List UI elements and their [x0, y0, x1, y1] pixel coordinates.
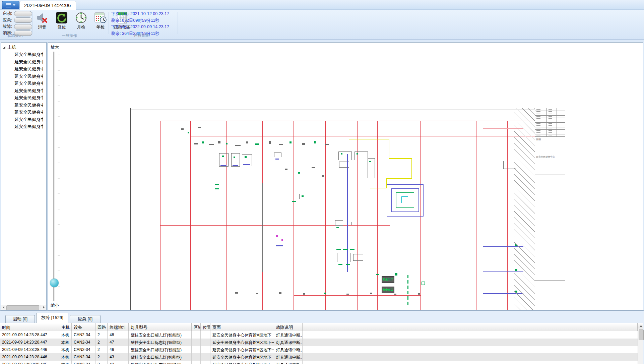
- title-block-text-mark: [549, 135, 552, 135]
- column-header[interactable]: 设备: [72, 323, 95, 331]
- table-cell: CAN2-34: [72, 331, 95, 339]
- scroll-left-arrow[interactable]: [1, 305, 6, 310]
- title-block-text-mark: [549, 130, 552, 131]
- monthly-check-button[interactable]: 月检: [74, 11, 88, 31]
- slider-tick: [58, 240, 60, 240]
- table-cell: CAN2-34: [72, 353, 95, 361]
- cad-symbol: [256, 293, 258, 294]
- tree-item-host[interactable]: 延安全民健身中: [1, 102, 43, 109]
- table-cell: [192, 353, 201, 361]
- floorplan-canvas-panel[interactable]: 放大 缩小 说明 延安全民健身中心 安全出口 安全出口: [48, 42, 643, 310]
- zoom-in-label[interactable]: 放大: [51, 45, 59, 50]
- title-block-text-mark: [536, 123, 540, 124]
- table-cell: 47: [108, 339, 129, 346]
- cad-symbol: [243, 164, 250, 165]
- column-header[interactable]: 时间: [0, 323, 59, 331]
- tree-item-host[interactable]: 延安全民健身中: [1, 58, 43, 66]
- zoom-slider-knob[interactable]: [50, 279, 59, 287]
- tree-item-host[interactable]: 延安全民健身中: [1, 94, 43, 102]
- device-tree-panel: 主机 延安全民健身中延安全民健身中延安全民健身中延安全民健身中延安全民健身中延安…: [1, 42, 47, 310]
- button-label: 复位: [58, 24, 66, 30]
- app-menu-button[interactable]: [2, 1, 19, 9]
- tree-item-host[interactable]: 延安全民健身中: [1, 65, 43, 73]
- reset-button[interactable]: 复位: [54, 11, 69, 31]
- tree-item-host[interactable]: 延安全民健身中: [1, 116, 43, 123]
- table-cell-filler: [303, 331, 638, 339]
- table-row[interactable]: 2021-09-09 14:23:28.447本机CAN2-34247壁挂安全出…: [0, 339, 638, 346]
- table-row[interactable]: 2021-09-09 14:23:28.447本机CAN2-34248壁挂安全出…: [0, 331, 638, 339]
- main-tab[interactable]: 2021-09-09 14:24:06: [20, 1, 76, 10]
- cad-symbol: [262, 183, 263, 272]
- tree-root-host[interactable]: 主机: [3, 44, 16, 50]
- tab-start[interactable]: 启动 [0]: [5, 315, 35, 323]
- table-row[interactable]: 2021-09-09 14:23:28.446本机CAN2-34243壁挂安全出…: [0, 353, 638, 361]
- cad-symbol: [411, 158, 412, 179]
- title-block-text-mark: [536, 125, 540, 126]
- column-header[interactable]: 终端地址: [108, 323, 129, 331]
- cad-symbol: [401, 196, 408, 203]
- zoom-slider-track[interactable]: [53, 52, 55, 301]
- cad-symbol: [338, 151, 352, 160]
- status-indicator: [14, 17, 32, 23]
- title-block-line: [535, 134, 565, 134]
- title-block-line: [535, 122, 565, 123]
- table-cell: [192, 361, 201, 364]
- tree-item-host[interactable]: 延安全民健身中: [1, 73, 43, 80]
- table-cell: 灯具通讯中断。: [274, 331, 303, 339]
- group-separator: [33, 12, 33, 34]
- cad-grid-line-h: [294, 295, 421, 296]
- tree-item-host[interactable]: 延安全民健身中: [1, 123, 43, 130]
- cad-grid-line-v: [160, 121, 160, 310]
- tab-emergency[interactable]: 应急 [0]: [70, 315, 101, 323]
- column-header[interactable]: 回路: [95, 323, 108, 331]
- cad-symbol: [292, 201, 296, 202]
- scrollbar-thumb[interactable]: [6, 305, 39, 310]
- selfcheck-line: 剩余: 032日09时59分11秒: [111, 17, 169, 24]
- hamburger-icon: [6, 3, 11, 7]
- tree-item-host[interactable]: 延安全民健身中: [1, 109, 43, 116]
- cad-symbol: [302, 195, 304, 197]
- column-header[interactable]: 页面: [210, 323, 274, 331]
- title-block-line: [535, 120, 565, 120]
- mute-button[interactable]: 消音: [35, 11, 50, 31]
- cad-grid-line-h: [190, 136, 535, 136]
- table-cell: 2021-09-09 14:23:28.446: [0, 346, 59, 353]
- slider-tick: [58, 255, 60, 256]
- zoom-out-label[interactable]: 缩小: [51, 303, 59, 308]
- table-vertical-scrollbar[interactable]: [638, 323, 643, 364]
- sidebar-horizontal-scrollbar[interactable]: [1, 305, 46, 310]
- table-cell: 42: [108, 361, 129, 364]
- tree-item-host[interactable]: 延安全民健身中: [1, 51, 43, 58]
- cad-symbol: [222, 156, 224, 157]
- tree-item-host[interactable]: 延安全民健身中: [1, 80, 43, 87]
- table-cell: 本机: [59, 331, 72, 339]
- column-header[interactable]: 灯具型号: [129, 323, 192, 331]
- table-row[interactable]: 2021-09-09 14:23:28.446本机CAN2-34246壁挂安全出…: [0, 346, 638, 353]
- tree-item-host[interactable]: 延安全民健身中: [1, 87, 43, 95]
- cad-symbol: [350, 249, 355, 250]
- tab-fault[interactable]: 故障 [1529]: [36, 313, 68, 323]
- table-cell: 延安全民健身中心体育馆A区地下一层: [210, 346, 274, 353]
- column-header[interactable]: 位置: [201, 323, 210, 331]
- title-block-text-mark: [536, 118, 540, 119]
- cad-symbol: [245, 156, 247, 158]
- column-header[interactable]: 故障说明: [274, 323, 303, 331]
- column-header[interactable]: 区域: [192, 323, 201, 331]
- title-block-text-mark: [536, 128, 540, 128]
- cad-symbol: [336, 249, 341, 250]
- table-cell: 本机: [59, 346, 72, 353]
- table-cell: [201, 331, 210, 339]
- column-header[interactable]: 主机: [59, 323, 72, 331]
- title-block-notes-label: 说明: [536, 138, 541, 141]
- scroll-right-arrow[interactable]: [41, 305, 46, 310]
- annual-check-button[interactable]: 年检: [93, 11, 108, 31]
- cad-grid-line-v: [294, 121, 294, 310]
- table-cell: 壁挂安全出口标志灯(智能型): [129, 346, 192, 353]
- scrollbar-thumb[interactable]: [639, 329, 644, 340]
- scroll-up-arrow[interactable]: [638, 323, 643, 328]
- cad-symbol: [215, 184, 219, 185]
- table-row[interactable]: 2021-09-09 14:23:28.445本机CAN2-34242壁挂安全出…: [0, 361, 638, 364]
- cad-symbol: [289, 141, 292, 143]
- title-block-line: [535, 115, 565, 116]
- status-label: 故障:: [3, 24, 14, 29]
